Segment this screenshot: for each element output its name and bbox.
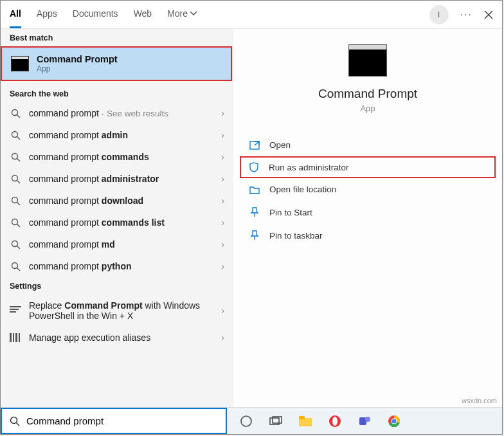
svg-rect-17 bbox=[13, 333, 14, 342]
opera-icon[interactable] bbox=[327, 413, 343, 429]
tab-more[interactable]: More bbox=[167, 1, 197, 28]
tab-documents[interactable]: Documents bbox=[73, 1, 118, 28]
chevron-right-icon: › bbox=[221, 239, 224, 250]
best-match-subtitle: App bbox=[37, 64, 118, 73]
preview-title: Command Prompt bbox=[318, 87, 417, 101]
svg-point-8 bbox=[12, 197, 17, 203]
search-icon bbox=[11, 109, 21, 118]
search-icon bbox=[11, 131, 21, 140]
web-result[interactable]: command prompt python › bbox=[1, 255, 233, 277]
chevron-right-icon: › bbox=[221, 305, 224, 316]
web-result[interactable]: command prompt download › bbox=[1, 190, 233, 212]
tab-apps[interactable]: Apps bbox=[37, 1, 57, 28]
web-result[interactable]: command prompt admin › bbox=[1, 124, 233, 146]
setting-aliases[interactable]: Manage app execution aliases › bbox=[1, 327, 233, 349]
preview-panel: Command Prompt App Open Run as administr… bbox=[233, 29, 502, 434]
task-view-icon[interactable] bbox=[268, 413, 284, 429]
section-best-match: Best match bbox=[1, 29, 233, 46]
web-result-text: command prompt md bbox=[29, 239, 213, 250]
search-icon bbox=[11, 196, 21, 206]
top-tab-bar: All Apps Documents Web More I ··· bbox=[1, 1, 502, 29]
chevron-right-icon: › bbox=[221, 332, 224, 343]
search-icon bbox=[11, 262, 21, 271]
web-result[interactable]: command prompt - See web results › bbox=[1, 102, 233, 124]
tab-web[interactable]: Web bbox=[134, 1, 152, 28]
chrome-icon[interactable] bbox=[386, 413, 402, 429]
section-settings: Settings bbox=[1, 277, 233, 295]
svg-point-4 bbox=[12, 153, 17, 159]
svg-point-34 bbox=[392, 419, 397, 423]
svg-point-21 bbox=[11, 417, 17, 423]
action-run-admin-label: Run as administrator bbox=[269, 163, 349, 172]
close-icon bbox=[484, 10, 493, 19]
svg-point-0 bbox=[12, 109, 17, 115]
chevron-right-icon: › bbox=[221, 130, 224, 140]
action-pin-start[interactable]: Pin to Start bbox=[240, 201, 496, 224]
svg-line-5 bbox=[17, 158, 20, 161]
svg-point-23 bbox=[241, 416, 251, 426]
setting-replace-cmd[interactable]: Replace Command Prompt with Windows Powe… bbox=[1, 295, 233, 327]
search-box[interactable] bbox=[1, 408, 227, 434]
search-icon bbox=[11, 218, 21, 228]
search-input[interactable] bbox=[26, 415, 218, 426]
action-run-admin[interactable]: Run as administrator bbox=[240, 156, 496, 178]
best-match-result[interactable]: Command Prompt App bbox=[1, 46, 232, 81]
watermark: wsxdn.com bbox=[462, 397, 497, 404]
results-panel: Best match Command Prompt App Search the… bbox=[1, 29, 233, 434]
web-result[interactable]: command prompt commands list › bbox=[1, 212, 233, 233]
action-open[interactable]: Open bbox=[240, 134, 496, 156]
preview-subtitle: App bbox=[360, 104, 375, 113]
command-prompt-icon bbox=[11, 56, 29, 71]
svg-line-13 bbox=[17, 246, 20, 249]
web-result-text: command prompt download bbox=[29, 195, 213, 206]
chevron-right-icon: › bbox=[221, 217, 224, 228]
svg-rect-18 bbox=[15, 333, 17, 342]
close-button[interactable] bbox=[484, 10, 493, 19]
chevron-right-icon: › bbox=[221, 108, 224, 118]
web-result[interactable]: command prompt md › bbox=[1, 233, 233, 255]
taskbar bbox=[1, 407, 502, 434]
chevron-down-icon bbox=[190, 12, 197, 15]
command-prompt-icon bbox=[348, 44, 387, 77]
search-icon bbox=[10, 416, 20, 426]
pin-icon bbox=[249, 207, 260, 217]
action-pin-taskbar-label: Pin to taskbar bbox=[269, 231, 323, 241]
more-options-button[interactable]: ··· bbox=[460, 9, 473, 21]
best-match-title: Command Prompt bbox=[37, 54, 118, 64]
action-open-label: Open bbox=[269, 140, 291, 150]
svg-line-15 bbox=[17, 268, 20, 271]
open-icon bbox=[249, 141, 260, 150]
pin-icon bbox=[249, 230, 260, 241]
svg-line-11 bbox=[17, 224, 20, 227]
svg-point-31 bbox=[365, 417, 370, 422]
aliases-icon bbox=[10, 333, 21, 342]
tab-all[interactable]: All bbox=[10, 1, 21, 28]
web-result[interactable]: command prompt administrator › bbox=[1, 168, 233, 190]
cortana-icon[interactable] bbox=[239, 413, 254, 429]
web-result-text: command prompt - See web results bbox=[29, 108, 213, 118]
svg-point-14 bbox=[12, 262, 17, 268]
svg-point-12 bbox=[12, 241, 17, 246]
settings-icon bbox=[10, 306, 21, 315]
svg-point-29 bbox=[332, 417, 338, 426]
chevron-right-icon: › bbox=[221, 195, 224, 206]
setting-replace-text: Replace Command Prompt with Windows Powe… bbox=[29, 300, 213, 321]
web-result[interactable]: command prompt commands › bbox=[1, 146, 233, 168]
web-result-text: command prompt commands bbox=[29, 152, 213, 162]
action-pin-taskbar[interactable]: Pin to taskbar bbox=[240, 224, 496, 247]
svg-rect-27 bbox=[299, 416, 305, 419]
search-icon bbox=[11, 240, 21, 250]
svg-line-9 bbox=[17, 202, 20, 205]
section-search-web: Search the web bbox=[1, 85, 233, 102]
action-open-location[interactable]: Open file location bbox=[240, 178, 496, 201]
action-open-location-label: Open file location bbox=[269, 185, 336, 194]
teams-icon[interactable] bbox=[357, 413, 372, 429]
file-explorer-icon[interactable] bbox=[298, 413, 313, 429]
chevron-right-icon: › bbox=[221, 261, 224, 271]
web-result-text: command prompt python bbox=[29, 261, 213, 271]
svg-rect-19 bbox=[19, 333, 20, 342]
svg-line-7 bbox=[17, 180, 20, 183]
user-avatar[interactable]: I bbox=[429, 5, 449, 24]
web-result-text: command prompt administrator bbox=[29, 174, 213, 184]
svg-rect-16 bbox=[10, 333, 12, 342]
